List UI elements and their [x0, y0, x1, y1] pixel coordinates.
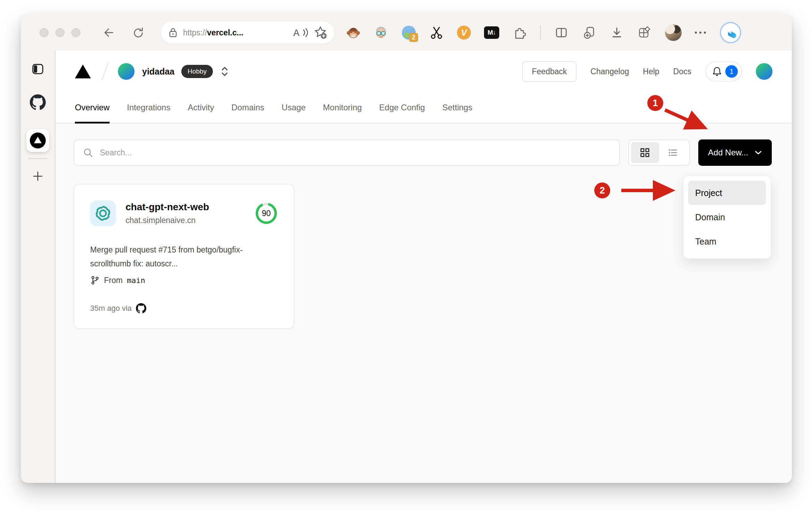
commit-message: Merge pull request #715 from betgo/bugfi… [90, 243, 278, 271]
more-menu-button[interactable] [695, 32, 706, 34]
sidebar-tab-github[interactable] [30, 94, 46, 112]
reload-icon [135, 28, 142, 37]
monkey-extension-icon[interactable] [346, 25, 361, 40]
extensions-puzzle-button[interactable] [512, 25, 527, 40]
chevron-down-icon [754, 150, 762, 155]
branch-label: From [104, 276, 123, 285]
browser-sidebar [21, 51, 55, 483]
add-new-label: Add New... [708, 148, 748, 157]
chevron-up-down-icon [221, 66, 229, 77]
git-branch-icon [90, 275, 100, 285]
list-icon [667, 147, 679, 158]
docs-link[interactable]: Docs [673, 67, 691, 76]
user-avatar[interactable] [756, 63, 772, 80]
address-bar[interactable]: https://vercel.c... A [161, 22, 334, 44]
browser-profile-avatar[interactable] [665, 24, 682, 41]
branch-name: main [127, 276, 145, 285]
extensions-row: 2 V M↓ [346, 21, 780, 44]
back-button[interactable] [101, 25, 116, 40]
help-link[interactable]: Help [643, 67, 659, 76]
scissors-extension-icon[interactable] [429, 25, 444, 40]
sidebar-divider [28, 158, 47, 159]
overview-content: Add New... Project Domain Team [55, 123, 792, 483]
breadcrumb-slash [101, 62, 109, 80]
tab-settings[interactable]: Settings [442, 92, 473, 123]
add-new-dropdown: Project Domain Team [683, 176, 771, 259]
tab-activity[interactable]: Activity [188, 92, 214, 123]
add-new-button[interactable]: Add New... [698, 139, 772, 166]
sidebar-tab-vercel-active[interactable] [26, 129, 49, 152]
lock-icon [168, 27, 178, 39]
tab-domains[interactable]: Domains [231, 92, 264, 123]
project-card[interactable]: chat-gpt-next-web chat.simplenaive.cn 90… [74, 184, 294, 329]
project-search[interactable] [74, 139, 620, 166]
grid-icon [639, 147, 650, 158]
search-icon [83, 147, 94, 158]
team-avatar[interactable] [118, 63, 135, 80]
changelog-link[interactable]: Changelog [590, 67, 629, 76]
score-value: 90 [255, 202, 278, 225]
minimize-window-button[interactable] [55, 28, 64, 37]
grid-view-button[interactable] [631, 142, 659, 163]
add-favorite-icon[interactable] [313, 26, 327, 40]
workspaces-button[interactable] [637, 25, 652, 40]
markdown-download-extension-icon[interactable]: M↓ [484, 26, 499, 39]
collections-button[interactable] [582, 25, 596, 40]
github-icon [30, 94, 46, 110]
tab-integrations[interactable]: Integrations [127, 92, 170, 123]
dropdown-item-team[interactable]: Team [688, 229, 766, 254]
bell-icon [711, 66, 723, 77]
notification-badge: 1 [725, 65, 738, 78]
browser-toolbar: https://vercel.c... A 2 [21, 15, 792, 51]
vercel-header: yidadaa Hobby Feedback Changelog Help Do… [55, 51, 792, 123]
vercel-page: yidadaa Hobby Feedback Changelog Help Do… [55, 51, 792, 483]
vercel-favicon [30, 133, 46, 148]
new-tab-button[interactable] [32, 170, 44, 184]
close-window-button[interactable] [40, 28, 49, 37]
svg-text:A: A [293, 28, 300, 38]
feedback-button[interactable]: Feedback [522, 61, 577, 82]
split-screen-button[interactable] [554, 25, 569, 40]
url-protocol: https:// [183, 28, 207, 37]
annotation-step-2: 2 [594, 182, 610, 198]
dropdown-item-domain[interactable]: Domain [688, 205, 766, 229]
deploy-meta: 35m ago via [90, 304, 132, 313]
plan-badge: Hobby [181, 65, 213, 78]
score-ring: 90 [255, 202, 278, 225]
grandma-extension-icon[interactable] [374, 25, 388, 40]
project-domain[interactable]: chat.simplenaive.cn [126, 216, 209, 225]
dropdown-item-project[interactable]: Project [688, 181, 766, 205]
tab-edge-config[interactable]: Edge Config [379, 92, 425, 123]
github-icon [136, 303, 146, 314]
vercel-logo[interactable] [75, 65, 91, 78]
proxy-extension-icon[interactable]: 2 [401, 25, 416, 40]
nav-tabs: Overview Integrations Activity Domains U… [75, 92, 772, 123]
reload-button[interactable] [131, 25, 146, 40]
project-name: chat-gpt-next-web [126, 202, 209, 213]
tab-overview[interactable]: Overview [75, 92, 110, 123]
openai-logo-icon [90, 200, 116, 226]
tab-usage[interactable]: Usage [282, 92, 305, 123]
zoom-window-button[interactable] [71, 28, 80, 37]
url-host: vercel.c... [207, 28, 243, 37]
toolbar-divider [540, 25, 541, 40]
view-toggle [628, 139, 690, 166]
read-aloud-icon[interactable]: A [293, 26, 308, 39]
url-text: https://vercel.c... [183, 28, 243, 37]
browser-window: https://vercel.c... A 2 [21, 15, 792, 483]
notifications-button[interactable]: 1 [705, 61, 742, 82]
screenshot-stage: https://vercel.c... A 2 [0, 0, 812, 512]
back-arrow-icon [105, 29, 113, 36]
list-view-button[interactable] [659, 142, 687, 163]
team-switcher-button[interactable] [221, 66, 229, 77]
sidebar-toggle-button[interactable] [31, 62, 45, 77]
extension-badge: 2 [409, 33, 418, 42]
v-extension-icon[interactable]: V [457, 26, 471, 40]
downloads-button[interactable] [610, 25, 624, 40]
traffic-lights [40, 28, 80, 37]
annotation-step-1: 1 [647, 95, 663, 111]
team-name: yidadaa [142, 67, 174, 77]
search-input[interactable] [100, 148, 611, 157]
tab-monitoring[interactable]: Monitoring [323, 92, 362, 123]
bing-chat-button[interactable] [719, 21, 742, 44]
